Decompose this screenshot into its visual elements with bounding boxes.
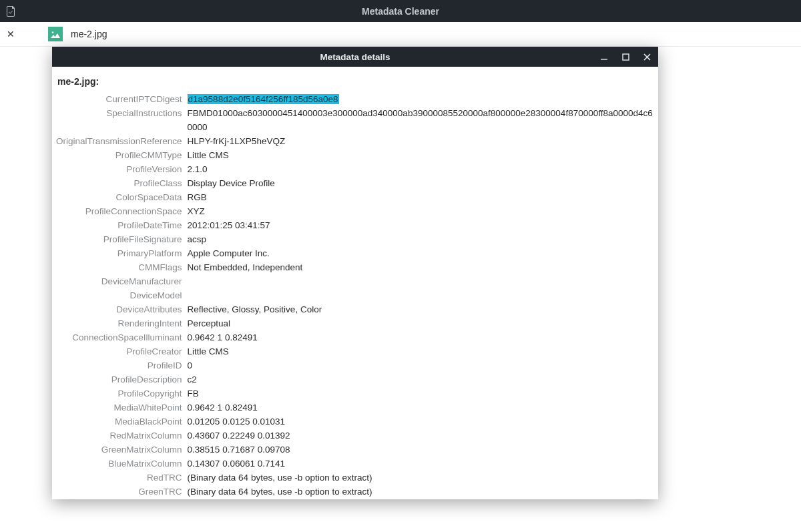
- metadata-row: BlueTRC(Binary data 64 bytes, use -b opt…: [56, 499, 654, 499]
- dialog-body[interactable]: me-2.jpg: CurrentIPTCDigestd1a9588d2e0f5…: [52, 67, 658, 499]
- metadata-key: DeviceAttributes: [56, 302, 188, 316]
- metadata-value[interactable]: FB: [188, 386, 654, 401]
- metadata-value[interactable]: Display Device Profile: [188, 176, 654, 190]
- metadata-value[interactable]: Reflective, Glossy, Positive, Color: [188, 302, 654, 316]
- metadata-row: CurrentIPTCDigestd1a9588d2e0f5164f256ff1…: [56, 92, 654, 106]
- metadata-row: DeviceAttributesReflective, Glossy, Posi…: [56, 302, 654, 316]
- metadata-value[interactable]: 0.38515 0.71687 0.09708: [188, 443, 654, 457]
- metadata-key: ProfileFileSignature: [56, 232, 188, 246]
- metadata-row: CMMFlagsNot Embedded, Independent: [56, 260, 654, 274]
- metadata-key: ProfileConnectionSpace: [56, 204, 188, 218]
- metadata-value[interactable]: XYZ: [188, 204, 654, 218]
- svg-rect-2: [623, 54, 629, 60]
- metadata-key: RedTRC: [56, 471, 188, 485]
- svg-point-0: [52, 31, 54, 33]
- metadata-row: ProfileVersion2.1.0: [56, 162, 654, 176]
- metadata-row: ProfileDateTime2012:01:25 03:41:57: [56, 218, 654, 232]
- metadata-key: ProfileDateTime: [56, 218, 188, 232]
- metadata-value[interactable]: (Binary data 64 bytes, use -b option to …: [188, 485, 654, 499]
- metadata-value[interactable]: 0: [188, 358, 654, 372]
- metadata-row: ProfileFileSignatureacsp: [56, 232, 654, 246]
- metadata-row: ProfileDescriptionc2: [56, 372, 654, 386]
- window-close-button[interactable]: [641, 51, 653, 63]
- metadata-value[interactable]: 0.43607 0.22249 0.01392: [188, 429, 654, 443]
- metadata-value[interactable]: Little CMS: [188, 148, 654, 162]
- metadata-value[interactable]: Little CMS: [188, 344, 654, 358]
- metadata-row: PrimaryPlatformApple Computer Inc.: [56, 246, 654, 260]
- metadata-key: CurrentIPTCDigest: [56, 92, 188, 106]
- metadata-key: CMMFlags: [56, 260, 188, 274]
- metadata-key: ProfileDescription: [56, 372, 188, 386]
- metadata-row: BlueMatrixColumn0.14307 0.06061 0.7141: [56, 457, 654, 471]
- metadata-value[interactable]: [188, 274, 654, 288]
- app-title: Metadata Cleaner: [362, 6, 439, 17]
- file-name: me-2.jpg: [71, 29, 107, 39]
- metadata-row: RedMatrixColumn0.43607 0.22249 0.01392: [56, 429, 654, 443]
- window-minimize-button[interactable]: [598, 51, 610, 63]
- metadata-row: SpecialInstructionsFBMD01000ac6030000451…: [56, 106, 654, 134]
- metadata-key: DeviceModel: [56, 288, 188, 302]
- metadata-value[interactable]: Not Embedded, Independent: [188, 260, 654, 274]
- metadata-row: GreenTRC(Binary data 64 bytes, use -b op…: [56, 485, 654, 499]
- metadata-row: OriginalTransmissionReferenceHLPY-frKj-1…: [56, 134, 654, 148]
- metadata-value[interactable]: d1a9588d2e0f5164f256ff185d56a0e8: [188, 92, 654, 106]
- metadata-key: ProfileCreator: [56, 344, 188, 358]
- metadata-row: ConnectionSpaceIlluminant0.9642 1 0.8249…: [56, 330, 654, 344]
- metadata-key: OriginalTransmissionReference: [56, 134, 188, 148]
- metadata-value[interactable]: c2: [188, 372, 654, 386]
- metadata-value[interactable]: 0.9642 1 0.82491: [188, 330, 654, 344]
- image-icon: [48, 27, 63, 41]
- metadata-value[interactable]: (Binary data 64 bytes, use -b option to …: [188, 471, 654, 485]
- metadata-key: ProfileCMMType: [56, 148, 188, 162]
- metadata-key: MediaBlackPoint: [56, 415, 188, 429]
- metadata-value[interactable]: (Binary data 64 bytes, use -b option to …: [188, 499, 654, 499]
- metadata-row: RedTRC(Binary data 64 bytes, use -b opti…: [56, 471, 654, 485]
- metadata-key: MediaWhitePoint: [56, 401, 188, 415]
- metadata-key: DeviceManufacturer: [56, 274, 188, 288]
- metadata-value[interactable]: RGB: [188, 190, 654, 204]
- metadata-value[interactable]: Perceptual: [188, 316, 654, 330]
- metadata-table: CurrentIPTCDigestd1a9588d2e0f5164f256ff1…: [56, 92, 654, 499]
- metadata-key: ProfileVersion: [56, 162, 188, 176]
- metadata-key: SpecialInstructions: [56, 106, 188, 134]
- app-document-icon: [7, 6, 16, 17]
- metadata-value[interactable]: 2.1.0: [188, 162, 654, 176]
- metadata-key: ProfileCopyright: [56, 386, 188, 401]
- metadata-value[interactable]: Apple Computer Inc.: [188, 246, 654, 260]
- metadata-key: ProfileID: [56, 358, 188, 372]
- metadata-key: BlueTRC: [56, 499, 188, 499]
- metadata-value[interactable]: 2012:01:25 03:41:57: [188, 218, 654, 232]
- metadata-key: PrimaryPlatform: [56, 246, 188, 260]
- metadata-value[interactable]: HLPY-frKj-1LXP5heVQZ: [188, 134, 654, 148]
- file-close-button[interactable]: ✕: [7, 29, 33, 39]
- metadata-key: ProfileClass: [56, 176, 188, 190]
- metadata-value[interactable]: 0.01205 0.0125 0.01031: [188, 415, 654, 429]
- metadata-row: ProfileConnectionSpaceXYZ: [56, 204, 654, 218]
- metadata-value[interactable]: FBMD01000ac6030000451400003e300000ad3400…: [188, 106, 654, 134]
- metadata-key: ColorSpaceData: [56, 190, 188, 204]
- metadata-row: ProfileCopyrightFB: [56, 386, 654, 401]
- metadata-row: MediaBlackPoint0.01205 0.0125 0.01031: [56, 415, 654, 429]
- metadata-row: ColorSpaceDataRGB: [56, 190, 654, 204]
- metadata-key: GreenTRC: [56, 485, 188, 499]
- metadata-value[interactable]: acsp: [188, 232, 654, 246]
- metadata-value[interactable]: [188, 288, 654, 302]
- metadata-details-dialog: Metadata details me-2.jpg: CurrentIPTCDi…: [52, 47, 658, 499]
- dialog-title: Metadata details: [320, 52, 390, 62]
- metadata-value[interactable]: 0.14307 0.06061 0.7141: [188, 457, 654, 471]
- metadata-key: RedMatrixColumn: [56, 429, 188, 443]
- dialog-titlebar[interactable]: Metadata details: [52, 47, 658, 67]
- metadata-row: DeviceManufacturer: [56, 274, 654, 288]
- file-heading: me-2.jpg:: [56, 72, 654, 91]
- metadata-row: ProfileCMMTypeLittle CMS: [56, 148, 654, 162]
- window-maximize-button[interactable]: [619, 51, 631, 63]
- metadata-row: MediaWhitePoint0.9642 1 0.82491: [56, 401, 654, 415]
- metadata-key: RenderingIntent: [56, 316, 188, 330]
- svg-rect-1: [601, 59, 607, 60]
- metadata-row: ProfileCreatorLittle CMS: [56, 344, 654, 358]
- metadata-value[interactable]: 0.9642 1 0.82491: [188, 401, 654, 415]
- metadata-key: GreenMatrixColumn: [56, 443, 188, 457]
- metadata-key: BlueMatrixColumn: [56, 457, 188, 471]
- metadata-key: ConnectionSpaceIlluminant: [56, 330, 188, 344]
- file-row: ✕ me-2.jpg: [0, 22, 801, 47]
